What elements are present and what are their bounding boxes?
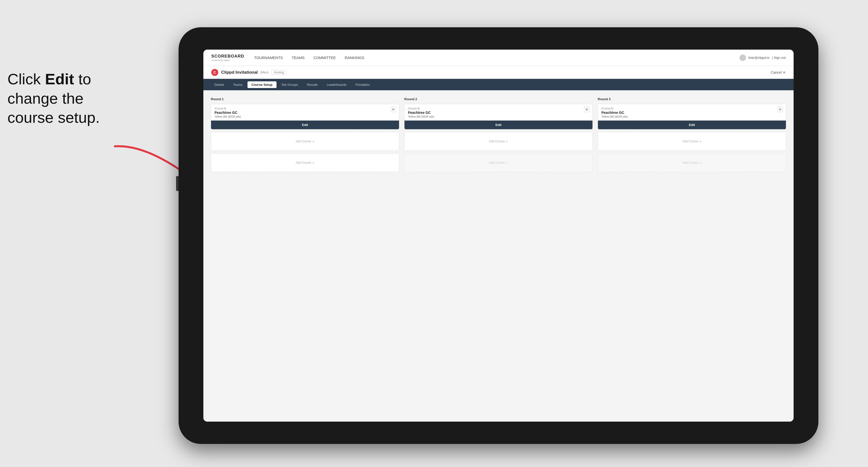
- round-3-course-header: (Course A) Peachtree GC Yellow (M) (6629…: [598, 104, 786, 121]
- logo-area: SCOREBOARD Powered by clippd: [211, 54, 244, 62]
- nav-committee[interactable]: COMMITTEE: [313, 56, 336, 60]
- round-1-course-label: (Course A): [215, 107, 396, 110]
- round-2-add-course-1[interactable]: Add Course +: [404, 132, 593, 151]
- tournament-logo: C: [211, 69, 218, 76]
- round-2-course-card: (Course A) Peachtree GC Yellow (M) (6629…: [404, 104, 593, 129]
- round-3-course-details: Yellow (M) (6629 yds): [601, 115, 782, 118]
- logo-powered: Powered by clippd: [211, 59, 244, 62]
- round-2-course-details: Yellow (M) (6629 yds): [408, 115, 589, 118]
- logo-scoreboard: SCOREBOARD: [211, 54, 244, 59]
- tablet-button: [176, 176, 179, 191]
- sub-tabs: Details Teams Course Setup Tee Groups Re…: [204, 79, 794, 90]
- round-1-edit-button[interactable]: Edit: [211, 121, 399, 129]
- tournament-name: Clippd Invitational: [221, 70, 258, 75]
- user-email: blair@clippd.io: [748, 56, 770, 60]
- tab-course-setup[interactable]: Course Setup: [248, 81, 277, 88]
- round-1-course-card: (Course A) Peachtree GC Yellow (M) (6629…: [211, 104, 399, 129]
- round-2-delete-button[interactable]: [584, 107, 589, 112]
- round-1-add-course-1[interactable]: Add Course +: [211, 132, 399, 151]
- tab-printables[interactable]: Printables: [351, 81, 374, 88]
- tab-details[interactable]: Details: [210, 81, 228, 88]
- sign-out-link[interactable]: | Sign out: [772, 56, 786, 60]
- round-2-edit-button[interactable]: Edit: [404, 121, 592, 129]
- tablet-screen: SCOREBOARD Powered by clippd TOURNAMENTS…: [204, 50, 794, 422]
- round-1-course-details: Yellow (M) (6629 yds): [215, 115, 396, 118]
- round-1-column: Round 1 (Course A) Peachtree GC Yellow (…: [211, 97, 399, 175]
- round-2-course-header: (Course A) Peachtree GC Yellow (M) (6629…: [404, 104, 592, 121]
- tab-teams[interactable]: Teams: [229, 81, 247, 88]
- round-1-delete-button[interactable]: [391, 107, 396, 112]
- round-3-label: Round 3: [598, 97, 786, 101]
- tournament-header-right: Cancel ✕: [771, 70, 786, 74]
- round-3-course-name: Peachtree GC: [601, 111, 782, 115]
- round-3-edit-button[interactable]: Edit: [598, 121, 786, 129]
- nav-links: TOURNAMENTS TEAMS COMMITTEE RANKINGS: [254, 56, 740, 60]
- round-1-label: Round 1: [211, 97, 399, 101]
- round-2-add-course-2: Add Course +: [404, 153, 593, 172]
- instruction-text: Click Edit tochange thecourse setup.: [7, 69, 100, 127]
- nav-rankings[interactable]: RANKINGS: [345, 56, 364, 60]
- round-1-course-header: (Course A) Peachtree GC Yellow (M) (6629…: [211, 104, 399, 121]
- round-3-course-card: (Course A) Peachtree GC Yellow (M) (6629…: [598, 104, 786, 129]
- round-3-delete-button[interactable]: [777, 107, 783, 112]
- main-content: Round 1 (Course A) Peachtree GC Yellow (…: [204, 90, 794, 422]
- nav-teams[interactable]: TEAMS: [292, 56, 305, 60]
- tab-results[interactable]: Results: [303, 81, 322, 88]
- instruction-bold: Edit: [45, 70, 74, 88]
- round-2-course-name: Peachtree GC: [408, 111, 589, 115]
- round-2-course-label: (Course A): [408, 107, 589, 110]
- round-3-add-course-2: Add Course +: [598, 153, 786, 172]
- nav-right: blair@clippd.io | Sign out: [740, 55, 786, 61]
- tab-leaderboards[interactable]: Leaderboards: [323, 81, 350, 88]
- tournament-gender: (Men): [260, 70, 269, 74]
- user-avatar: [740, 55, 746, 61]
- round-3-column: Round 3 (Course A) Peachtree GC Yellow (…: [598, 97, 786, 175]
- round-3-course-label: (Course A): [601, 107, 782, 110]
- nav-tournaments[interactable]: TOURNAMENTS: [254, 56, 283, 60]
- tablet-device: SCOREBOARD Powered by clippd TOURNAMENTS…: [179, 27, 818, 444]
- round-3-add-course-1[interactable]: Add Course +: [598, 132, 786, 151]
- round-2-label: Round 2: [404, 97, 593, 101]
- tournament-header: C Clippd Invitational (Men) Hosting Canc…: [204, 66, 794, 79]
- round-1-add-course-2[interactable]: Add Course +: [211, 153, 399, 172]
- round-1-course-name: Peachtree GC: [215, 111, 396, 115]
- rounds-container: Round 1 (Course A) Peachtree GC Yellow (…: [211, 97, 786, 175]
- tournament-status: Hosting: [272, 70, 286, 75]
- top-nav: SCOREBOARD Powered by clippd TOURNAMENTS…: [204, 50, 794, 66]
- cancel-button[interactable]: Cancel ✕: [771, 70, 786, 74]
- tab-tee-groups[interactable]: Tee Groups: [278, 81, 302, 88]
- round-2-column: Round 2 (Course A) Peachtree GC Yellow (…: [404, 97, 593, 175]
